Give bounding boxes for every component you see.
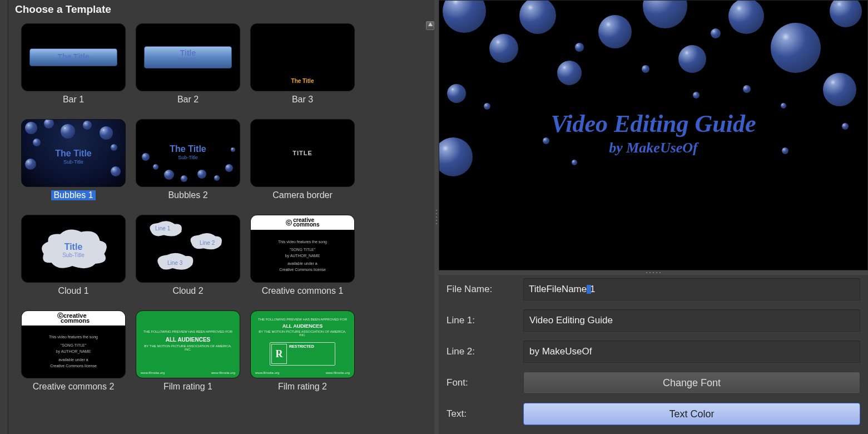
thumb-title: TITLE (251, 150, 354, 156)
cc-line: Creative Commons license (50, 363, 97, 369)
line2-input[interactable] (523, 341, 860, 363)
template-item-bubbles-2[interactable]: The Title Sub-Title Bubbles 2 (133, 119, 243, 200)
thumb-subtitle: Sub-Title (22, 252, 125, 258)
template-label: Bar 1 (61, 95, 86, 105)
thumb-subtitle: Sub-Title (22, 159, 125, 165)
template-item-creative-commons-2[interactable]: ⓒcreative commons This video features th… (18, 310, 128, 392)
fr-line: www.filmsite.org (255, 371, 279, 374)
title-preview: Video Editing Guide by MakeUseOf (439, 0, 868, 270)
preview-panel: Video Editing Guide by MakeUseOf File Na… (439, 0, 868, 434)
template-item-bar-3[interactable]: The Title Bar 3 (247, 23, 358, 105)
template-label: Film rating 1 (161, 382, 215, 392)
change-font-button-label: Change Font (663, 377, 721, 389)
template-label: Creative commons 2 (31, 382, 117, 392)
template-item-bar-1[interactable]: The Title Bar 1 (18, 23, 128, 105)
template-label: Bar 2 (175, 95, 201, 105)
preview-subtitle: by MakeUseOf (439, 140, 867, 156)
thumb-title: The Title (251, 78, 354, 84)
fr-line: THE FOLLOWING PREVIEW HAS BEEN APPROVED … (256, 318, 349, 321)
thumb-title: Title (22, 242, 125, 252)
template-item-bar-2[interactable]: Title Sub-Title Bar 2 (133, 23, 243, 105)
line1-input[interactable] (523, 309, 860, 332)
cc-line: by AUTHOR_NAME (56, 349, 91, 355)
left-tool-strip (0, 0, 8, 434)
fr-line: www.filmsite.org (211, 371, 235, 374)
panel-title: Choose a Template (8, 0, 434, 19)
template-item-cloud-2[interactable]: Line 1 Line 2 Line 3 Cloud 2 (133, 215, 243, 296)
template-label: Camera border (270, 190, 335, 200)
fr-line: ALL AUDIENCES (142, 337, 234, 343)
fr-line: BY THE MOTION PICTURE ASSOCIATION OF AME… (142, 344, 234, 351)
thumb-subtitle: Sub-Title (136, 155, 240, 160)
text-label: Text: (447, 408, 519, 420)
rating-letter: R (271, 344, 287, 364)
fr-line: ALL AUDIENCES (256, 323, 349, 329)
thumb-line2: Line 2 (200, 240, 215, 246)
horizontal-splitter[interactable] (439, 270, 868, 275)
file-name-input[interactable] (523, 278, 860, 300)
template-label: Cloud 2 (170, 286, 205, 296)
line2-label: Line 2: (447, 346, 519, 357)
cc-line: available under a (287, 261, 317, 267)
template-label: Bar 3 (290, 95, 315, 105)
template-label: Bubbles 1 (51, 190, 95, 200)
thumb-line3: Line 3 (167, 260, 182, 266)
vertical-splitter[interactable] (434, 0, 439, 434)
properties-form: File Name: TitleFileName-1 Line 1: Line … (439, 275, 868, 425)
change-font-button[interactable]: Change Font (523, 372, 860, 394)
template-label: Bubbles 2 (166, 190, 210, 200)
template-panel: Choose a Template The Title Bar 1 Title (8, 0, 434, 434)
thumb-title: The Title (22, 52, 125, 61)
font-label: Font: (447, 377, 519, 388)
thumb-title: The Title (22, 149, 125, 159)
thumb-title: The Title (136, 144, 240, 154)
preview-title: Video Editing Guide (439, 110, 867, 138)
cc-line: available under a (58, 357, 88, 363)
template-label: Cloud 1 (56, 286, 91, 296)
text-color-button[interactable]: Text Color (523, 403, 860, 425)
cc-line: This video features the song (278, 239, 327, 245)
template-item-camera-border[interactable]: TITLE Camera border (247, 119, 358, 200)
fr-line: BY THE MOTION PICTURE ASSOCIATION OF AME… (256, 330, 349, 337)
template-item-film-rating-2[interactable]: THE FOLLOWING PREVIEW HAS BEEN APPROVED … (247, 310, 358, 392)
template-item-cloud-1[interactable]: Title Sub-Title Cloud 1 (18, 215, 128, 296)
cc-line: Creative Commons license (279, 267, 326, 273)
template-grid: The Title Bar 1 Title Sub-Title Bar 2 (18, 19, 433, 392)
fr-line: THE FOLLOWING PREVIEW HAS BEEN APPROVED … (142, 330, 234, 333)
fr-line: www.filmsite.org (141, 371, 165, 374)
cc-line: "SONG TITLE" (290, 247, 315, 253)
cc-line: "SONG TITLE" (61, 343, 86, 349)
template-label: Creative commons 1 (260, 286, 346, 296)
rating-text: RESTRICTED (289, 344, 314, 348)
template-item-bubbles-1[interactable]: The Title Sub-Title Bubbles 1 (18, 119, 128, 200)
thumb-subtitle: Sub-Title (136, 57, 240, 62)
fr-line: www.filmsite.org (326, 371, 350, 374)
thumb-line1: Line 1 (155, 225, 170, 231)
cc-line: This video features the song (49, 334, 98, 341)
text-color-button-label: Text Color (669, 408, 714, 420)
template-item-creative-commons-1[interactable]: ⓒ creativecommons This video features th… (247, 215, 358, 296)
line1-label: Line 1: (447, 315, 519, 326)
file-name-label: File Name: (447, 284, 519, 295)
cc-logo-icon: ⓒ (286, 219, 294, 227)
template-item-film-rating-1[interactable]: THE FOLLOWING PREVIEW HAS BEEN APPROVED … (133, 310, 243, 392)
template-scrollbar[interactable] (426, 21, 434, 433)
thumb-title: Title (136, 48, 240, 57)
cc-line: by AUTHOR_NAME (285, 253, 320, 259)
template-label: Film rating 2 (276, 382, 329, 392)
